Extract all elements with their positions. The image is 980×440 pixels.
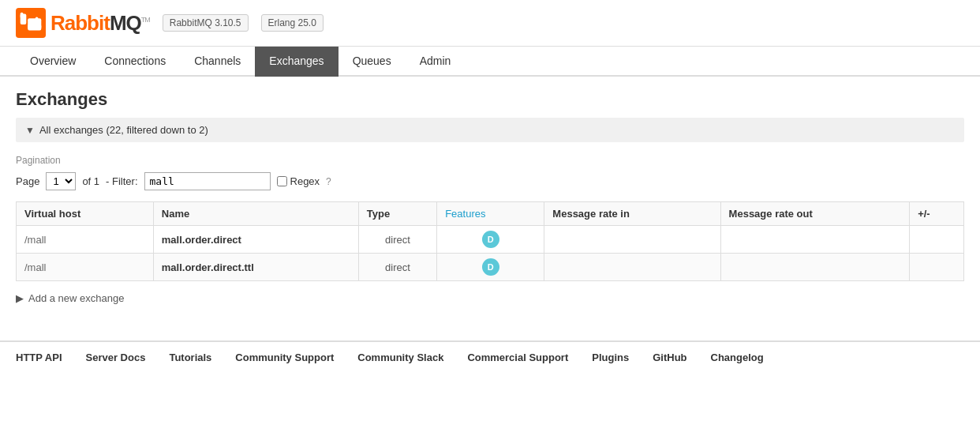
col-vhost: Virtual host bbox=[17, 202, 154, 226]
table-row: /mall mall.order.direct direct D bbox=[17, 226, 964, 254]
svg-rect-5 bbox=[36, 17, 39, 23]
pagination-label: Pagination bbox=[16, 155, 964, 166]
page-label: Page bbox=[16, 175, 39, 187]
nav-overview[interactable]: Overview bbox=[16, 47, 90, 77]
logo: RabbitMQTM bbox=[16, 8, 150, 38]
exchanges-table: Virtual host Name Type Features Message … bbox=[16, 201, 964, 281]
row2-vhost: /mall bbox=[17, 254, 154, 281]
row2-rate-out bbox=[720, 254, 910, 281]
logo-mq: MQ bbox=[110, 11, 141, 35]
regex-label: Regex bbox=[290, 175, 320, 187]
logo-tm: TM bbox=[141, 16, 150, 24]
feature-d-badge: D bbox=[482, 231, 499, 248]
row1-name[interactable]: mall.order.direct bbox=[153, 226, 358, 254]
footer-server-docs[interactable]: Server Docs bbox=[86, 352, 146, 363]
row1-rate-out bbox=[720, 226, 910, 254]
row2-actions bbox=[910, 254, 964, 281]
col-rate-in: Message rate in bbox=[544, 202, 720, 226]
logo-text: RabbitMQTM bbox=[50, 11, 150, 36]
footer-github[interactable]: GitHub bbox=[653, 352, 686, 363]
rabbitmq-version-badge: RabbitMQ 3.10.5 bbox=[163, 14, 249, 32]
of-label: of 1 bbox=[82, 175, 99, 187]
footer-community-slack[interactable]: Community Slack bbox=[357, 352, 443, 363]
col-name: Name bbox=[153, 202, 358, 226]
pagination-section: Pagination Page 1 of 1 - Filter: Regex ? bbox=[16, 155, 964, 190]
header: RabbitMQTM RabbitMQ 3.10.5 Erlang 25.0 bbox=[0, 0, 980, 47]
regex-checkbox[interactable] bbox=[277, 176, 287, 186]
row1-actions bbox=[910, 226, 964, 254]
filter-summary-bar[interactable]: ▼ All exchanges (22, filtered down to 2) bbox=[16, 118, 964, 142]
regex-help-icon[interactable]: ? bbox=[326, 176, 331, 187]
footer-community-support[interactable]: Community Support bbox=[235, 352, 334, 363]
filter-summary-text: All exchanges (22, filtered down to 2) bbox=[39, 124, 208, 136]
page-title: Exchanges bbox=[16, 89, 964, 110]
table-row: /mall mall.order.direct.ttl direct D bbox=[17, 254, 964, 281]
filter-input[interactable] bbox=[144, 172, 271, 190]
add-exchange-label: Add a new exchange bbox=[28, 292, 124, 304]
nav-queues[interactable]: Queues bbox=[339, 47, 406, 77]
col-type: Type bbox=[358, 202, 436, 226]
erlang-version-badge: Erlang 25.0 bbox=[261, 14, 324, 32]
logo-rabbit: Rabbit bbox=[50, 11, 110, 35]
page-select[interactable]: 1 bbox=[46, 172, 76, 190]
main-content: Exchanges ▼ All exchanges (22, filtered … bbox=[0, 77, 980, 340]
footer-commercial-support[interactable]: Commercial Support bbox=[467, 352, 568, 363]
nav-admin[interactable]: Admin bbox=[406, 47, 466, 77]
row2-name[interactable]: mall.order.direct.ttl bbox=[153, 254, 358, 281]
row1-features: D bbox=[437, 226, 544, 254]
row2-type: direct bbox=[358, 254, 436, 281]
footer: HTTP API Server Docs Tutorials Community… bbox=[0, 340, 980, 373]
nav-connections[interactable]: Connections bbox=[90, 47, 180, 77]
svg-rect-4 bbox=[28, 24, 41, 31]
col-features: Features bbox=[437, 202, 544, 226]
collapse-arrow-icon: ▼ bbox=[25, 125, 35, 136]
main-nav: Overview Connections Channels Exchanges … bbox=[0, 47, 980, 77]
svg-rect-2 bbox=[21, 13, 24, 19]
row2-rate-in bbox=[544, 254, 720, 281]
row2-features: D bbox=[437, 254, 544, 281]
footer-changelog[interactable]: Changelog bbox=[711, 352, 764, 363]
footer-tutorials[interactable]: Tutorials bbox=[169, 352, 211, 363]
pagination-controls: Page 1 of 1 - Filter: Regex ? bbox=[16, 172, 964, 190]
row1-type: direct bbox=[358, 226, 436, 254]
filter-label: - Filter: bbox=[106, 175, 137, 187]
nav-channels[interactable]: Channels bbox=[180, 47, 255, 77]
row1-rate-in bbox=[544, 226, 720, 254]
feature-d-badge-2: D bbox=[482, 258, 499, 276]
col-plus-minus: +/- bbox=[910, 202, 964, 226]
add-exchange-section[interactable]: ▶ Add a new exchange bbox=[16, 292, 964, 304]
row1-vhost: /mall bbox=[17, 226, 154, 254]
nav-exchanges[interactable]: Exchanges bbox=[255, 47, 338, 77]
rabbitmq-logo-icon bbox=[16, 8, 46, 38]
regex-checkbox-label[interactable]: Regex bbox=[277, 175, 320, 187]
footer-plugins[interactable]: Plugins bbox=[592, 352, 629, 363]
col-rate-out: Message rate out bbox=[720, 202, 910, 226]
footer-http-api[interactable]: HTTP API bbox=[16, 352, 62, 363]
expand-arrow-icon: ▶ bbox=[16, 292, 24, 304]
